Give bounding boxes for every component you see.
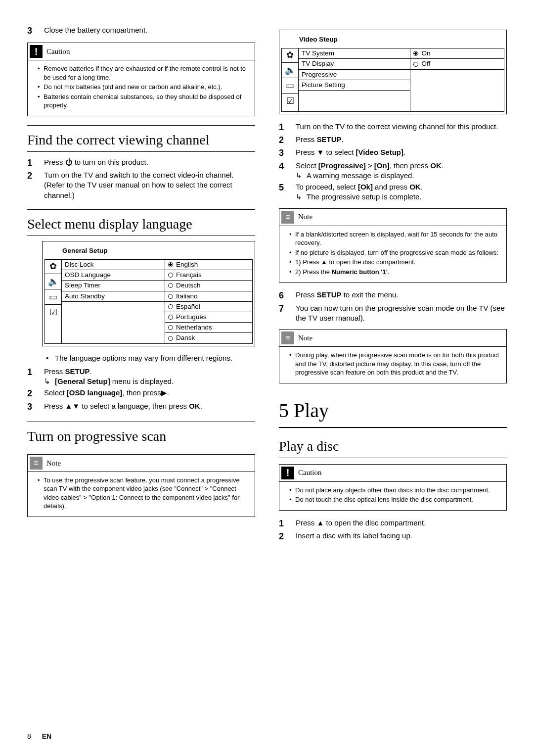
osd-option: Dansk xyxy=(176,333,195,342)
note-label: Note xyxy=(298,212,312,222)
step-text: Press ▼ to select [Video Setup]. xyxy=(296,147,507,159)
text-bold: [On] xyxy=(374,161,390,170)
step-number: 3 xyxy=(279,147,296,159)
step: 1 Press ▲ to open the disc compartment. xyxy=(279,518,507,529)
step-number: 3 xyxy=(27,25,44,37)
step: 6 Press SETUP to exit the menu. xyxy=(279,289,507,301)
step-number: 2 xyxy=(279,530,296,542)
step-text: To proceed, select [Ok] and press OK. Th… xyxy=(296,182,507,202)
osd-right-item: Deutsch xyxy=(165,281,252,291)
step: 7 You can now turn on the progressive sc… xyxy=(279,303,507,324)
rect-icon: ▭ xyxy=(286,81,294,90)
step-text: Select [Progressive] > [On], then press … xyxy=(296,160,507,181)
note-item: During play, when the progressive scan m… xyxy=(289,351,500,377)
step: 2 Select [OSD language], then press▶. xyxy=(27,387,255,399)
osd-right-item: English xyxy=(165,260,252,270)
radio-icon xyxy=(168,273,173,278)
osd-option: Deutsch xyxy=(176,281,201,290)
osd-option: Français xyxy=(176,271,202,280)
osd-right-item: Español xyxy=(165,302,252,312)
step-text: Press SETUP to exit the menu. xyxy=(296,289,507,301)
note-box-progressive: ≡ Note To use the progressive scan featu… xyxy=(27,454,255,517)
osd-left-item: Auto Standby xyxy=(62,291,165,302)
caution-icon: ! xyxy=(30,45,43,58)
text-frag: , then press xyxy=(390,161,431,170)
osd-left-item: Sleep Timer xyxy=(62,281,165,291)
text-frag: Press ▲▼ to select a language, then pres… xyxy=(44,402,189,410)
text-frag: Select xyxy=(44,388,67,397)
osd-left-item: Disc Lock xyxy=(62,260,165,270)
osd-option: Español xyxy=(176,302,200,311)
step-number: 1 xyxy=(27,366,44,387)
gear-icon: ✿ xyxy=(49,262,57,271)
text-bold: [Ok] xyxy=(358,183,373,191)
step: 5 To proceed, select [Ok] and press OK. … xyxy=(279,182,507,202)
osd-option: Off xyxy=(421,59,430,68)
text-frag: . xyxy=(200,402,202,410)
text-bold: [General Setup] xyxy=(55,377,110,385)
note-label: Note xyxy=(298,333,312,343)
note-bullet: The language options may vary from diffe… xyxy=(44,353,255,363)
caution-item: Do not mix batteries (old and new or car… xyxy=(38,83,249,92)
osd-video-setup: Video Steup ✿ 🔈 ▭ ☑ TV System TV Display… xyxy=(279,30,507,114)
note-box-distorted: ≡ Note During play, when the progressive… xyxy=(279,329,507,383)
note-icon: ≡ xyxy=(281,211,294,224)
text-bold: OK xyxy=(430,161,442,170)
chapter-play: 5 Play xyxy=(279,397,507,428)
radio-icon xyxy=(168,304,173,309)
osd-option: On xyxy=(421,49,430,58)
section-progressive-scan: Turn on progressive scan xyxy=(27,422,255,448)
note-label: Note xyxy=(46,458,61,468)
text-frag: . xyxy=(342,135,344,143)
caution-item: Do not touch the disc optical lens insid… xyxy=(289,495,500,504)
step-number: 6 xyxy=(279,289,296,301)
step-text: Turn on the TV and switch to the correct… xyxy=(44,170,255,200)
text-frag: and press xyxy=(373,183,409,191)
page-number: 8 xyxy=(27,732,31,740)
speaker-icon: 🔈 xyxy=(48,277,59,286)
text-bold: SETUP xyxy=(65,367,90,376)
osd-right-item: Netherlands xyxy=(165,323,252,333)
osd-right-item: Dansk xyxy=(165,333,252,343)
page-lang: EN xyxy=(42,732,51,740)
text-bold: Numeric button '1' xyxy=(332,268,388,276)
step: 2 Press SETUP. xyxy=(279,134,507,146)
text-frag: . xyxy=(90,367,92,376)
caution-item: Remove batteries if they are exhausted o… xyxy=(38,64,249,82)
note-icon: ≡ xyxy=(281,331,294,344)
osd-general-setup: General Setup ✿ 🔈 ▭ ☑ Disc Lock OSD Lang… xyxy=(42,241,255,346)
text-bold: [OSD language] xyxy=(67,388,123,397)
radio-icon xyxy=(168,315,173,320)
note-item: 2) Press the Numeric button '1'. xyxy=(289,268,500,277)
step: 1 Press SETUP. [General Setup] menu is d… xyxy=(27,366,255,387)
caution-box-batteries: ! Caution Remove batteries if they are e… xyxy=(27,43,255,116)
text-bold: OK xyxy=(409,183,421,191)
caution-box-disc: ! Caution Do not place any objects other… xyxy=(279,464,507,511)
osd-option: Italiano xyxy=(176,292,198,301)
osd-option: Português xyxy=(176,313,207,322)
osd-left-item: Progressive xyxy=(299,70,410,80)
radio-icon xyxy=(168,325,173,330)
osd-icon-column: ✿ 🔈 ▭ ☑ xyxy=(282,48,299,111)
sub-step: [General Setup] menu is displayed. xyxy=(44,377,255,386)
step: 3 Press ▼ to select [Video Setup]. xyxy=(279,147,507,159)
text-bold: SETUP xyxy=(317,135,342,143)
osd-title: Video Steup xyxy=(281,32,504,48)
caution-item: Batteries contain chemical substances, s… xyxy=(38,93,249,110)
osd-title: General Setup xyxy=(44,243,253,259)
osd-left-item: Picture Setting xyxy=(299,80,410,91)
text-bold: [Video Setup] xyxy=(356,148,403,156)
step-number: 4 xyxy=(279,160,296,181)
note-item: If a blank/distorted screen is displayed… xyxy=(289,230,500,247)
step-text: Insert a disc with its label facing up. xyxy=(296,530,507,542)
text-frag: . xyxy=(403,148,405,156)
sub-step: The progressive setup is complete. xyxy=(296,192,507,202)
step: 3 Press ▲▼ to select a language, then pr… xyxy=(27,401,255,413)
text-frag: menu is displayed. xyxy=(110,377,174,385)
radio-icon xyxy=(168,294,173,299)
caution-label: Caution xyxy=(298,468,322,477)
step-close-battery: 3 Close the battery compartment. xyxy=(27,25,255,37)
step: 1 Turn on the TV to the correct viewing … xyxy=(279,121,507,133)
text-frag: . xyxy=(421,183,423,191)
text-bold: [Progressive] xyxy=(318,161,366,170)
